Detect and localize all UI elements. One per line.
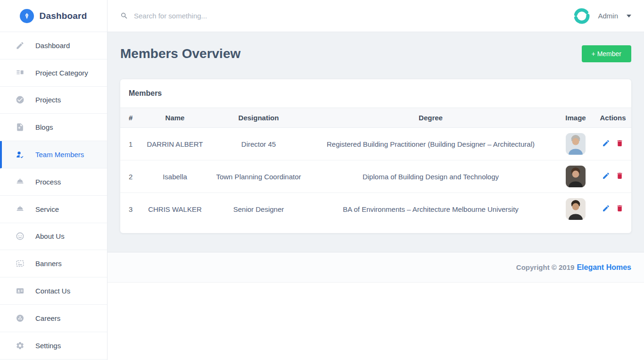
sidebar-item-contact-us[interactable]: Contact Us	[0, 277, 107, 305]
member-degree: Diploma of Building Design and Technolog…	[305, 160, 557, 193]
copyright-text: Copyright © 2019	[516, 263, 575, 271]
portrait-dark-haired-woman	[566, 166, 586, 187]
ball-icon	[16, 314, 25, 323]
member-actions-cell	[594, 128, 631, 160]
row-number: 1	[120, 128, 137, 160]
user-check-icon	[16, 150, 25, 159]
sidebar: Dashboard Dashboard Project Category Pro…	[0, 0, 107, 360]
members-card: Members #NameDesignationDegreeImageActio…	[120, 79, 631, 233]
table-body: 1DARRIN ALBERTDirector 45Registered Buil…	[120, 128, 631, 234]
sidebar-item-dashboard[interactable]: Dashboard	[0, 32, 107, 59]
column-header-name: Name	[137, 108, 213, 128]
footer: Copyright © 2019 Elegant Homes	[107, 252, 644, 283]
members-table: #NameDesignationDegreeImageActions 1DARR…	[120, 108, 631, 233]
sidebar-item-project-category[interactable]: Project Category	[0, 59, 107, 87]
delete-member-button[interactable]	[613, 139, 627, 149]
edit-member-button[interactable]	[599, 204, 613, 214]
row-number: 3	[120, 193, 137, 234]
sidebar-item-label: Contact Us	[35, 287, 70, 295]
member-image-cell	[557, 128, 594, 160]
member-row: 2IsabellaTown Planning CoordinatorDiplom…	[120, 160, 631, 193]
file-plus-icon	[16, 123, 25, 132]
app-root: Dashboard Dashboard Project Category Pro…	[0, 0, 644, 360]
search-bar	[120, 12, 573, 20]
column-header-actions: Actions	[594, 108, 631, 128]
member-name: DARRIN ALBERT	[137, 128, 213, 160]
dome-icon	[16, 205, 25, 214]
contact-card-icon	[16, 286, 25, 295]
member-image-cell	[557, 160, 594, 193]
sidebar-menu: Dashboard Project Category Projects Blog…	[0, 32, 107, 360]
sidebar-item-label: Service	[35, 205, 59, 213]
member-designation: Director 45	[213, 128, 305, 160]
member-designation: Town Planning Coordinator	[213, 160, 305, 193]
admin-menu[interactable]: Admin	[573, 8, 631, 25]
sidebar-item-projects[interactable]: Projects	[0, 87, 107, 114]
sidebar-item-label: Team Members	[35, 151, 84, 159]
member-image-cell	[557, 193, 594, 234]
edit-pencil-icon	[602, 207, 610, 214]
sidebar-item-label: Dashboard	[35, 42, 70, 50]
sidebar-item-blogs[interactable]: Blogs	[0, 114, 107, 141]
row-number: 2	[120, 160, 137, 193]
member-row: 1DARRIN ALBERTDirector 45Registered Buil…	[120, 128, 631, 160]
sidebar-item-label: Blogs	[35, 123, 53, 131]
image-icon	[16, 259, 25, 268]
topbar: Admin	[107, 0, 644, 32]
sidebar-item-settings[interactable]: Settings	[0, 332, 107, 360]
member-actions-cell	[594, 193, 631, 234]
member-name: Isabella	[137, 160, 213, 193]
sidebar-item-service[interactable]: Service	[0, 196, 107, 223]
content: Members Overview + Member Members #NameD…	[107, 32, 644, 252]
column-header--: #	[120, 108, 137, 128]
edit-member-button[interactable]	[599, 139, 613, 149]
delete-member-button[interactable]	[613, 172, 627, 181]
admin-label: Admin	[598, 12, 618, 20]
sidebar-item-label: About Us	[35, 232, 65, 240]
member-row: 3CHRIS WALKERSenior DesignerBA of Enviro…	[120, 193, 631, 234]
sidebar-item-about-us[interactable]: About Us	[0, 223, 107, 251]
column-header-image: Image	[557, 108, 594, 128]
sidebar-item-label: Project Category	[35, 69, 88, 77]
sidebar-item-careers[interactable]: Careers	[0, 305, 107, 332]
portrait-gray-haired-man	[566, 133, 586, 155]
sidebar-item-label: Banners	[35, 260, 62, 268]
sidebar-item-team-members[interactable]: Team Members	[0, 141, 107, 168]
dome-icon	[16, 177, 25, 186]
gem-icon	[20, 9, 34, 23]
member-actions-cell	[594, 160, 631, 193]
table-header-row: #NameDesignationDegreeImageActions	[120, 108, 631, 128]
sidebar-item-label: Careers	[35, 314, 60, 322]
chevron-down-icon	[627, 15, 631, 17]
check-circle-icon	[16, 95, 25, 104]
search-input[interactable]	[134, 12, 332, 20]
column-header-degree: Degree	[305, 108, 557, 128]
teal-ring-avatar	[573, 8, 590, 25]
sidebar-item-process[interactable]: Process	[0, 168, 107, 196]
edit-pencil-icon	[602, 174, 610, 181]
trash-icon	[616, 142, 624, 149]
add-member-button[interactable]: + Member	[582, 45, 631, 62]
sidebar-item-label: Settings	[35, 342, 61, 350]
pencil-icon	[16, 41, 25, 50]
page-head: Members Overview + Member	[120, 45, 631, 62]
delete-member-button[interactable]	[613, 204, 627, 214]
member-degree: Registered Building Practitioner (Buildi…	[305, 128, 557, 160]
main-area: Admin Members Overview + Member Members	[107, 0, 644, 360]
category-icon	[16, 68, 25, 77]
page-title: Members Overview	[120, 46, 240, 61]
trash-icon	[616, 207, 624, 214]
member-degree: BA of Environments – Architecture Melbou…	[305, 193, 557, 234]
sidebar-item-banners[interactable]: Banners	[0, 250, 107, 277]
sidebar-item-label: Projects	[35, 96, 61, 104]
gear-icon	[16, 341, 25, 350]
trash-icon	[616, 174, 624, 181]
edit-member-button[interactable]	[599, 172, 613, 181]
member-name: CHRIS WALKER	[137, 193, 213, 234]
brand-title: Dashboard	[39, 11, 87, 21]
edit-pencil-icon	[602, 142, 610, 149]
portrait-bearded-man	[566, 198, 586, 220]
elegant-homes-link[interactable]: Elegant Homes	[577, 263, 631, 272]
search-icon	[120, 12, 128, 20]
brand[interactable]: Dashboard	[0, 0, 107, 32]
